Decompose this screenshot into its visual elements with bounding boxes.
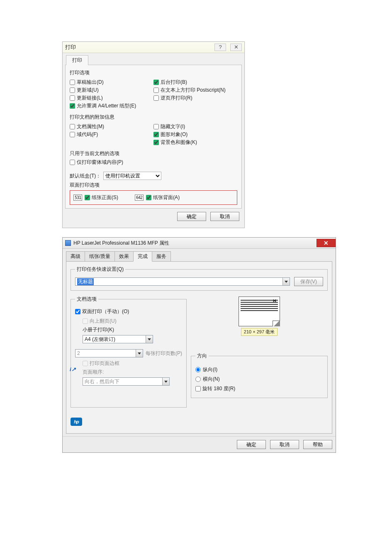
page-order-value: 向右，然后向下 <box>85 378 119 385</box>
label: 在文本上方打印 Postscript(N) <box>161 87 226 94</box>
label: 更新域(U) <box>77 87 99 94</box>
cancel-button[interactable]: 取消 <box>210 212 239 221</box>
pages-per-sheet-select: 2 <box>75 349 143 357</box>
booklet-value: A4 (左侧装订) <box>85 336 115 343</box>
tab-panel-finishing: 打印任务快速设置(Q) 无标题 保存(V) 文档选项 <box>66 261 332 434</box>
chk-update-fields[interactable]: 更新域(U) <box>70 87 153 94</box>
preview-size-label: 210 × 297 毫米 <box>241 328 278 336</box>
booklet-select[interactable]: A4 (左侧装订) <box>83 335 153 343</box>
printer-properties-dialog: HP LaserJet Professional M1136 MFP 属性 ✕ … <box>62 237 336 453</box>
chk-reverse-order[interactable]: 逆页序打印(R) <box>153 95 237 102</box>
default-tray-label: 默认纸盒(T)： <box>70 173 101 180</box>
label: 背景色和图像(K) <box>161 139 197 146</box>
chk-paper-front[interactable]: 纸张正面(S) <box>85 194 118 201</box>
dialog2-title-text: HP LaserJet Professional M1136 MFP 属性 <box>73 240 169 247</box>
hp-logo-icon: hp <box>71 418 82 426</box>
close-button[interactable]: ✕ <box>230 44 242 51</box>
label: 纵向(I) <box>203 366 217 373</box>
group-orientation: 方向 纵向(I) 横向(N) 旋转 180 度(R) <box>191 352 328 398</box>
radio-portrait[interactable]: 纵向(I) <box>195 366 323 373</box>
label: 打印页面边框 <box>90 360 119 367</box>
pages-per-sheet-label: 每张打印页数(P) <box>146 350 182 357</box>
label: 更新链接(L) <box>77 95 103 102</box>
tab-advanced[interactable]: 高级 <box>66 251 85 262</box>
booklet-label: 小册子打印(K) <box>83 326 182 333</box>
chk-draft-output[interactable]: 草稿输出(D) <box>70 79 153 86</box>
quickset-combo[interactable]: 无标题 <box>75 277 290 286</box>
label: 逆页序打印(R) <box>161 95 192 102</box>
chk-update-links[interactable]: 更新链接(L) <box>70 95 153 102</box>
chk-background-print[interactable]: 后台打印(B) <box>153 79 237 86</box>
group-attach-info: 打印文档的附加信息 <box>70 114 237 121</box>
back-page-icon: 642 <box>135 194 144 201</box>
label: 横向(N) <box>203 376 220 383</box>
chk-manual-duplex[interactable]: 双面打印（手动）(O) <box>75 308 182 315</box>
front-page-icon: 531 <box>73 194 82 201</box>
ok-button[interactable]: 确定 <box>177 212 206 221</box>
chk-hidden-text[interactable]: 隐藏文字(I) <box>153 123 237 130</box>
label: 纸张正面(S) <box>92 194 118 201</box>
chk-page-border: 打印页面边框 <box>83 360 182 367</box>
save-button[interactable]: 保存(V) <box>294 277 323 286</box>
chk-paper-back[interactable]: 纸张背面(A) <box>146 194 180 201</box>
dialog2-titlebar: HP LaserJet Professional M1136 MFP 属性 ✕ <box>63 238 336 249</box>
docopt-legend: 文档选项 <box>75 296 98 303</box>
help-button[interactable]: 帮助 <box>303 440 332 449</box>
quickset-legend: 打印任务快速设置(Q) <box>75 266 125 273</box>
dialog1-titlebar: 打印 ? ✕ <box>63 42 244 53</box>
label: 隐藏文字(I) <box>161 123 185 130</box>
chevron-down-icon <box>136 350 143 357</box>
chevron-down-icon <box>146 335 153 343</box>
label: 双面打印（手动）(O) <box>82 308 129 315</box>
chevron-down-icon <box>162 378 169 385</box>
page-preview: H 210 × 297 毫米 <box>234 296 284 336</box>
print-options-dialog: 打印 ? ✕ 打印 打印选项 草稿输出(D) 更新域(U) 更新链接(L) 允许… <box>62 41 245 228</box>
label: 纸张背面(A) <box>153 194 180 201</box>
chk-print-form-fields-only[interactable]: 仅打印窗体域内容(P) <box>70 159 237 166</box>
group-quickset: 打印任务快速设置(Q) 无标题 保存(V) <box>71 266 328 291</box>
group-print-options: 打印选项 <box>70 69 237 76</box>
orientation-legend: 方向 <box>195 352 209 360</box>
preview-page-icon: H <box>239 296 280 326</box>
chk-field-codes[interactable]: 域代码(F) <box>70 131 153 138</box>
label: 域代码(F) <box>77 131 98 138</box>
label: 允许重调 A4/Letter 纸型(E) <box>77 102 136 109</box>
close-button[interactable]: ✕ <box>317 239 336 247</box>
help-button[interactable]: ? <box>214 44 226 51</box>
tab-services[interactable]: 服务 <box>152 251 171 262</box>
tab-finishing[interactable]: 完成 <box>133 251 152 262</box>
tab-paper-quality[interactable]: 纸张/质量 <box>85 251 115 262</box>
cancel-button[interactable]: 取消 <box>270 440 299 449</box>
chk-print-postscript-over-text[interactable]: 在文本上方打印 Postscript(N) <box>153 87 237 94</box>
page-order-label: 页面顺序: <box>83 369 182 376</box>
label: 向上翻页(U) <box>90 318 117 325</box>
chk-flip-up: 向上翻页(U) <box>83 318 182 325</box>
label: 文档属性(M) <box>77 123 104 130</box>
radio-landscape[interactable]: 横向(N) <box>195 376 323 383</box>
chk-allow-a4-letter[interactable]: 允许重调 A4/Letter 纸型(E) <box>70 102 153 109</box>
chk-drawing-objects[interactable]: 图形对象(O) <box>153 131 237 138</box>
printer-icon <box>65 240 71 246</box>
label: 后台打印(B) <box>161 79 187 86</box>
group-current-doc: 只用于当前文档的选项 <box>70 150 237 157</box>
label: 草稿输出(D) <box>77 79 104 86</box>
label: 旋转 180 度(R) <box>202 385 235 392</box>
tab-effects[interactable]: 效果 <box>114 251 134 262</box>
default-tray-select[interactable]: 使用打印机设置 <box>103 172 161 180</box>
tab-print[interactable]: 打印 <box>66 55 88 65</box>
ok-button[interactable]: 确定 <box>237 440 266 449</box>
group-document-options: 文档选项 双面打印（手动）(O) 向上翻页(U) 小册子打印(K <box>71 296 187 408</box>
chk-background-color-image[interactable]: 背景色和图像(K) <box>153 139 237 146</box>
tabstrip: 高级 纸张/质量 效果 完成 服务 <box>66 251 332 262</box>
pages-per-sheet-value: 2 <box>77 350 80 356</box>
group-duplex: 双面打印选项 <box>70 182 237 189</box>
label: 仅打印窗体域内容(P) <box>77 159 123 166</box>
page-order-select: 向右，然后向下 <box>83 377 170 386</box>
quickset-value: 无标题 <box>77 278 94 285</box>
chk-doc-properties[interactable]: 文档属性(M) <box>70 123 153 130</box>
chevron-down-icon <box>282 278 290 285</box>
tab-panel-print: 打印选项 草稿输出(D) 更新域(U) 更新链接(L) 允许重调 A4/Lett… <box>65 65 242 209</box>
chk-rotate-180[interactable]: 旋转 180 度(R) <box>195 385 323 392</box>
dialog1-title: 打印 <box>65 44 76 51</box>
label: 图形对象(O) <box>161 131 187 138</box>
